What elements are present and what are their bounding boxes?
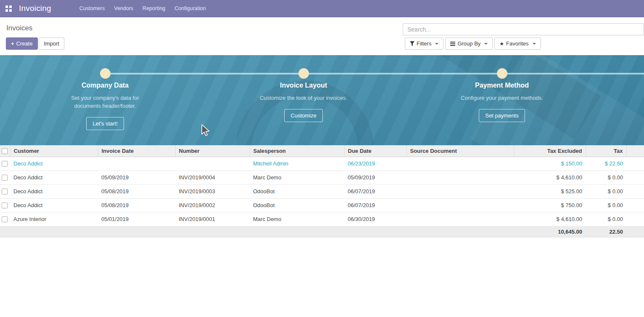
cell-source-document[interactable] bbox=[406, 198, 514, 212]
onboarding-banner: Company Data Set your company's data for… bbox=[0, 55, 644, 145]
cell-tax-excluded[interactable]: $ 750.00 bbox=[514, 198, 586, 212]
lets-start-button[interactable]: Let's start! bbox=[86, 117, 124, 130]
column-header-tax[interactable]: Tax bbox=[586, 145, 626, 157]
filters-button[interactable]: Filters bbox=[405, 37, 443, 50]
cell-tax[interactable]: $ 0.00 bbox=[586, 212, 626, 226]
cell-source-document[interactable] bbox=[406, 212, 514, 226]
apps-menu-icon[interactable] bbox=[5, 5, 12, 12]
group-by-bars-icon bbox=[450, 42, 455, 46]
favorites-button[interactable]: ★ Favorites bbox=[494, 37, 541, 50]
column-header-source-document[interactable]: Source Document bbox=[406, 145, 514, 157]
cell-invoice-date[interactable]: 05/08/2019 bbox=[98, 184, 175, 198]
row-checkbox[interactable] bbox=[2, 189, 8, 194]
column-header-extra bbox=[626, 145, 644, 157]
cell-invoice-date[interactable]: 05/09/2019 bbox=[98, 170, 175, 184]
plus-icon: + bbox=[11, 41, 14, 46]
cell-salesperson[interactable]: Mitchell Admin bbox=[250, 157, 344, 170]
cell-customer[interactable]: Deco Addict bbox=[10, 170, 98, 184]
import-button[interactable]: Import bbox=[39, 37, 64, 50]
cell-source-document[interactable] bbox=[406, 170, 514, 184]
cell-tax[interactable]: $ 0.00 bbox=[586, 170, 626, 184]
step-dot-invoice-layout[interactable] bbox=[298, 68, 309, 79]
column-header-tax-excluded[interactable]: Tax Excluded bbox=[514, 145, 586, 157]
cell-number[interactable]: INV/2019/0001 bbox=[175, 212, 250, 226]
row-checkbox[interactable] bbox=[2, 202, 8, 208]
row-checkbox[interactable] bbox=[2, 161, 8, 167]
cell-customer[interactable]: Azure Interior bbox=[10, 212, 98, 226]
cell-tax[interactable]: $ 0.00 bbox=[586, 184, 626, 198]
menu-customers[interactable]: Customers bbox=[75, 0, 109, 17]
cell-due-date[interactable]: 06/07/2019 bbox=[344, 184, 406, 198]
step-dot-payment-method[interactable] bbox=[497, 68, 507, 79]
cell-tax-excluded[interactable]: $ 4,610.00 bbox=[514, 170, 586, 184]
cell-number[interactable]: INV/2019/0002 bbox=[175, 198, 250, 212]
cell-invoice-date[interactable] bbox=[98, 157, 175, 170]
table-row[interactable]: Deco Addict05/08/2019INV/2019/0003OdooBo… bbox=[0, 184, 644, 198]
column-header-due-date[interactable]: Due Date bbox=[344, 145, 406, 157]
row-checkbox[interactable] bbox=[2, 175, 8, 181]
set-payments-button[interactable]: Set payments bbox=[479, 109, 525, 122]
cell-customer[interactable]: Deco Addict bbox=[10, 198, 98, 212]
row-select-cell bbox=[0, 198, 10, 212]
chevron-down-icon bbox=[484, 43, 488, 45]
onboarding-step-invoice-layout: Invoice Layout Customize the look of you… bbox=[236, 82, 371, 122]
cell-invoice-date[interactable]: 05/08/2019 bbox=[98, 198, 175, 212]
onboarding-step-payment-method: Payment Method Configure your payment me… bbox=[435, 82, 569, 122]
cell-salesperson[interactable]: OdooBot bbox=[250, 184, 344, 198]
table-row[interactable]: Azure Interior05/01/2019INV/2019/0001Mar… bbox=[0, 212, 644, 226]
menu-vendors[interactable]: Vendors bbox=[109, 0, 138, 17]
column-header-invoice-date[interactable]: Invoice Date bbox=[98, 145, 175, 157]
cell-invoice-date[interactable]: 05/01/2019 bbox=[98, 212, 175, 226]
select-all-checkbox[interactable] bbox=[2, 148, 8, 154]
step-dot-company-data[interactable] bbox=[100, 68, 111, 79]
cell-number[interactable]: INV/2019/0003 bbox=[175, 184, 250, 198]
table-row[interactable]: Deco Addict05/08/2019INV/2019/0002OdooBo… bbox=[0, 198, 644, 212]
create-button[interactable]: + Create bbox=[6, 37, 38, 50]
cell-customer[interactable]: Deco Addict bbox=[10, 184, 98, 198]
cell-due-date[interactable]: 06/23/2019 bbox=[344, 157, 406, 170]
onboarding-progress-line bbox=[105, 73, 644, 75]
top-menu: Customers Vendors Reporting Configuratio… bbox=[75, 0, 211, 17]
cell-tax-excluded[interactable]: $ 525.00 bbox=[514, 184, 586, 198]
cell-number[interactable]: INV/2019/0004 bbox=[175, 170, 250, 184]
cell-tax[interactable]: $ 22.50 bbox=[586, 157, 626, 170]
onboarding-step-company-data: Company Data Set your company's data for… bbox=[38, 82, 172, 130]
group-by-button[interactable]: Group By bbox=[445, 37, 493, 50]
menu-reporting[interactable]: Reporting bbox=[138, 0, 170, 17]
table-row[interactable]: Deco Addict05/09/2019INV/2019/0004Marc D… bbox=[0, 170, 644, 184]
customize-button[interactable]: Customize bbox=[284, 109, 322, 122]
cell-source-document[interactable] bbox=[406, 184, 514, 198]
cell-tax-excluded[interactable]: $ 150.00 bbox=[514, 157, 586, 170]
row-select-cell bbox=[0, 157, 10, 170]
menu-configuration[interactable]: Configuration bbox=[170, 0, 210, 17]
row-select-cell bbox=[0, 170, 10, 184]
step-description: Customize the look of your invoices. bbox=[258, 94, 349, 102]
cell-tax[interactable]: $ 0.00 bbox=[586, 198, 626, 212]
column-header-salesperson[interactable]: Salesperson bbox=[250, 145, 344, 157]
app-brand[interactable]: Invoicing bbox=[19, 4, 51, 13]
cell-extra bbox=[626, 212, 644, 226]
chevron-down-icon bbox=[435, 43, 438, 45]
cell-due-date[interactable]: 06/30/2019 bbox=[344, 212, 406, 226]
cell-number[interactable] bbox=[175, 157, 250, 170]
cell-salesperson[interactable]: OdooBot bbox=[250, 198, 344, 212]
cell-customer[interactable]: Deco Addict bbox=[10, 157, 98, 170]
step-title: Invoice Layout bbox=[236, 82, 371, 89]
top-navbar: Invoicing Customers Vendors Reporting Co… bbox=[0, 0, 644, 17]
cell-salesperson[interactable]: Marc Demo bbox=[250, 170, 344, 184]
column-header-number[interactable]: Number bbox=[175, 145, 250, 157]
table-header-row: CustomerInvoice DateNumberSalespersonDue… bbox=[0, 145, 644, 157]
table-row[interactable]: Deco AddictMitchell Admin06/23/2019$ 150… bbox=[0, 157, 644, 170]
search-input[interactable] bbox=[403, 23, 644, 35]
step-title: Company Data bbox=[38, 82, 172, 89]
totals-empty-cell bbox=[0, 226, 10, 237]
cell-source-document[interactable] bbox=[406, 157, 514, 170]
row-checkbox[interactable] bbox=[2, 216, 8, 222]
cell-tax-excluded[interactable]: $ 4,610.00 bbox=[514, 212, 586, 226]
cell-due-date[interactable]: 05/09/2019 bbox=[344, 170, 406, 184]
cell-salesperson[interactable]: Marc Demo bbox=[250, 212, 344, 226]
column-header-customer[interactable]: Customer bbox=[10, 145, 98, 157]
cell-due-date[interactable]: 06/07/2019 bbox=[344, 198, 406, 212]
filter-funnel-icon bbox=[410, 41, 414, 46]
totals-row: 10,645.00 22.50 bbox=[0, 226, 644, 237]
